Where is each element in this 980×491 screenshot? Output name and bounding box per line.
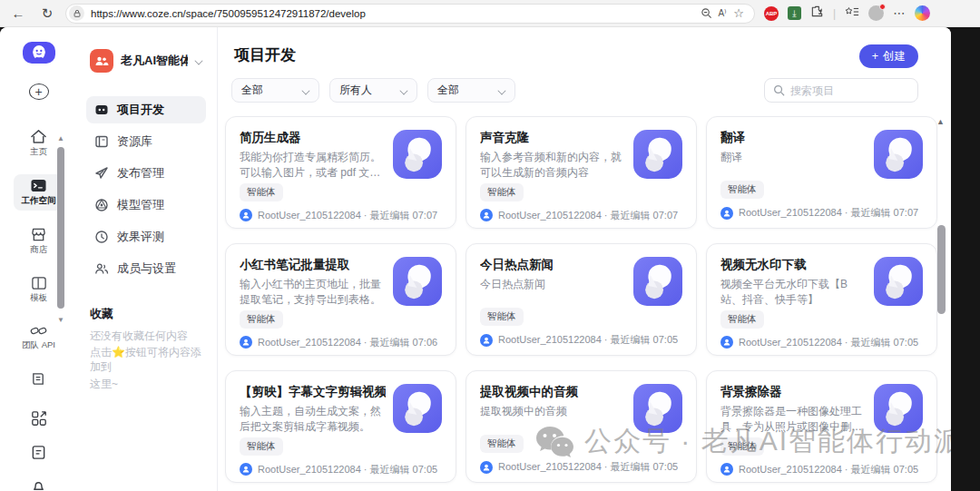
owner-avatar-icon [240,336,252,349]
lock-icon [73,9,82,18]
menu-item-evaluation[interactable]: 效果评测 [86,223,206,250]
create-button-label: 创建 [883,49,906,64]
project-card[interactable]: 小红书笔记批量提取 输入小红书的主页地址，批量提取笔记，支持导出到表格。 智能体… [225,243,456,356]
project-card[interactable]: 【剪映】字幕文字剪辑视频 输入主题，自动生成文案，然后把文案剪辑成字幕视频。 智… [225,370,456,483]
project-description: 背景擦除器是一种图像处理工具，专为从照片或图像中删除… [720,404,867,436]
toolbar-divider: | [833,7,836,20]
project-card[interactable]: 视频无水印下载 视频全平台无水印下载【B站、抖音、快手等】 智能体 RootUs… [706,243,937,356]
menu-item-members-settings[interactable]: 成员与设置 [86,255,206,282]
project-meta: RootUser_2105122084 · 最近编辑 07:07 [498,209,678,222]
owner-avatar-icon [720,463,733,476]
bot-icon [633,384,682,433]
workspace-selector[interactable]: 老凡AI智能体2团 [86,47,206,74]
project-type-badge: 智能体 [240,437,283,456]
project-card[interactable]: 简历生成器 我能为你打造专属精彩简历。可以输入图片，或者 pdf 文件作… 智能… [225,116,456,229]
rail-scrollbar[interactable]: ▲ ▼ [55,134,66,343]
rail-bottom-group: 4.8K [27,410,51,491]
workspace-menu: 项目开发 资源库 发布管理 模型管理 效果评测 [86,96,206,282]
notifications-bell-icon[interactable] [31,478,46,491]
project-card[interactable]: 提取视频中的音频 提取视频中的音频 智能体 RootUser_210512208… [466,370,697,483]
browser-profile-avatar[interactable] [868,5,884,21]
project-type-badge: 智能体 [720,437,764,456]
menu-item-publish-management[interactable]: 发布管理 [86,160,206,187]
extension-area: ABP ⤓ | ⋯ [764,5,930,22]
zoom-out-icon[interactable] [698,7,714,19]
filter-value: 全部 [437,83,459,98]
sidebar-item-docs[interactable] [14,368,64,390]
project-description: 我能为你打造专属精彩简历。可以输入图片，或者 pdf 文件作… [240,150,386,182]
project-meta: RootUser_2105122084 · 最近编辑 07:05 [739,463,918,476]
project-type-badge: 智能体 [720,181,764,199]
browser-back-button[interactable]: ← [7,3,29,25]
bot-icon [633,257,682,306]
scrollbar-thumb[interactable] [937,225,946,314]
project-description: 翻译 [720,150,867,165]
url-text[interactable]: https://www.coze.cn/space/75009595124729… [91,8,698,19]
bot-icon [874,384,923,433]
bot-icon [393,257,442,306]
search-icon [773,84,785,96]
filter-owner-select[interactable]: 所有人 [329,78,417,103]
chevron-down-icon [497,86,505,94]
scroll-up-arrow-icon[interactable]: ▲ [55,134,66,143]
project-type-badge: 智能体 [720,310,764,329]
app-launcher-icon[interactable] [31,410,47,430]
project-card[interactable]: 声音克隆 输入参考音频和新的内容，就可以生成新的音频内容 智能体 RootUse… [466,116,697,229]
create-new-button[interactable]: + [29,83,49,100]
filter-value: 全部 [241,83,263,98]
address-bar[interactable]: https://www.coze.cn/space/75009595124729… [65,4,755,24]
menu-item-label: 发布管理 [117,165,164,182]
menu-item-model-management[interactable]: 模型管理 [86,191,206,219]
project-meta: RootUser_2105122084 · 最近编辑 07:07 [739,206,918,220]
scroll-up-arrow-icon[interactable]: ▲ [936,117,947,126]
browser-menu-button[interactable]: ⋯ [893,6,906,20]
workspace-sidebar: 老凡AI智能体2团 项目开发 资源库 发布管理 模型管理 [77,27,218,491]
create-project-button[interactable]: + 创建 [859,44,918,68]
project-card[interactable]: 背景擦除器 背景擦除器是一种图像处理工具，专为从照片或图像中删除… 智能体 Ro… [706,370,937,483]
menu-item-label: 模型管理 [117,197,164,213]
project-meta: RootUser_2105122084 · 最近编辑 07:05 [498,333,678,347]
search-input[interactable] [790,84,899,97]
favorites-bar-icon[interactable] [845,5,859,22]
menu-item-label: 项目开发 [117,102,164,118]
scrollbar-thumb[interactable] [57,147,64,309]
project-title: 【剪映】字幕文字剪辑视频 [240,384,386,400]
project-title: 小红书笔记批量提取 [240,257,386,273]
owner-avatar-icon [720,336,733,349]
bot-icon [874,130,923,179]
bot-icon [393,384,442,433]
profile-notification-dot [879,4,886,10]
adblock-extension-icon[interactable]: ABP [764,6,779,21]
owner-avatar-icon [480,209,493,221]
menu-item-label: 效果评测 [117,229,164,245]
bot-icon [633,130,682,179]
bookmark-star-icon[interactable]: ☆ [730,6,747,20]
download-extension-icon[interactable]: ⤓ [788,6,801,20]
filter-status-select[interactable]: 全部 [427,78,515,103]
project-type-badge: 智能体 [480,308,524,326]
documentation-icon[interactable] [31,445,46,464]
project-description: 输入小红书的主页地址，批量提取笔记，支持导出到表格。 [240,277,386,309]
sidebar-item-label: 模板 [30,292,47,304]
project-card[interactable]: 今日热点新闻 今日热点新闻 智能体 RootUser_2105122084 · … [466,243,697,356]
filter-type-select[interactable]: 全部 [231,78,319,103]
browser-refresh-button[interactable]: ↻ [36,3,58,25]
site-permissions-icon[interactable] [69,5,84,21]
menu-item-resource-library[interactable]: 资源库 [86,128,206,155]
copilot-icon[interactable] [915,5,930,21]
project-title: 提取视频中的音频 [480,384,626,400]
coze-logo[interactable] [23,42,55,64]
extensions-icon[interactable] [810,5,824,22]
project-type-badge: 智能体 [480,183,524,201]
project-search-box[interactable] [764,78,918,103]
plus-icon: + [872,50,878,63]
owner-avatar-icon [720,207,733,220]
menu-item-label: 资源库 [117,133,152,150]
read-aloud-icon[interactable]: A⁾ [714,8,730,18]
menu-item-project-develop[interactable]: 项目开发 [86,96,206,123]
workspace-icon [90,49,113,73]
scroll-down-arrow-icon[interactable]: ▼ [55,316,66,325]
project-meta: RootUser_2105122084 · 最近编辑 07:05 [258,463,437,476]
project-card[interactable]: 翻译 翻译 智能体 RootUser_2105122084 · 最近编辑 07:… [706,116,937,229]
filter-value: 所有人 [339,83,372,98]
